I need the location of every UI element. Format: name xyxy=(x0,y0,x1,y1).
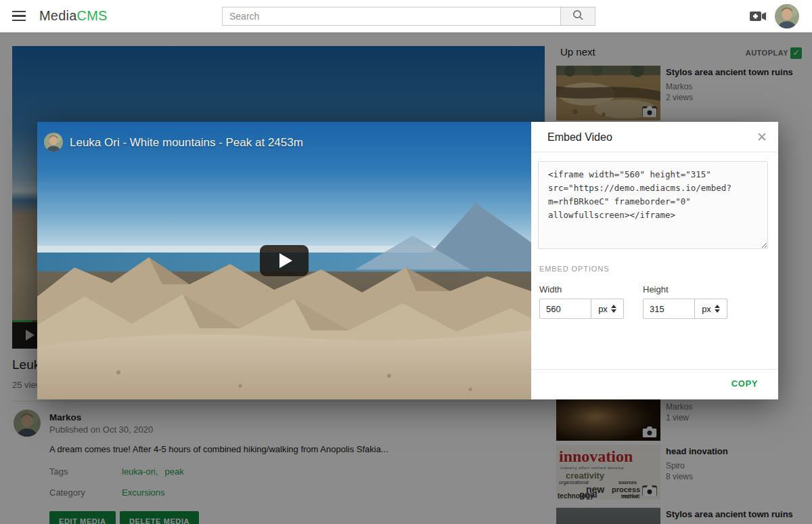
logo-media-text: Media xyxy=(39,8,76,23)
top-navbar: MediaCMS xyxy=(0,0,812,32)
height-field: px xyxy=(643,299,727,319)
preview-play-button[interactable] xyxy=(260,245,309,276)
app-logo[interactable]: MediaCMS xyxy=(39,8,108,24)
spinner-icon xyxy=(715,305,720,313)
height-unit-select[interactable]: px xyxy=(694,299,727,319)
play-icon xyxy=(279,253,292,268)
search-icon xyxy=(572,9,584,24)
height-input[interactable] xyxy=(643,299,695,319)
spinner-icon xyxy=(611,305,616,313)
user-avatar[interactable] xyxy=(775,4,799,28)
embed-code-textarea[interactable]: <iframe width="560" height="315" src="ht… xyxy=(538,161,768,249)
preview-author-avatar[interactable] xyxy=(44,133,63,152)
embed-video-preview[interactable]: Leuka Ori - White mountains - Peak at 24… xyxy=(37,122,531,399)
unit-label: px xyxy=(702,304,711,314)
width-field: px xyxy=(539,299,624,319)
width-label: Width xyxy=(539,284,562,294)
embed-options-panel: Embed Video ✕ <iframe width="560" height… xyxy=(531,122,778,399)
height-label: Height xyxy=(643,284,669,294)
upload-video-icon[interactable] xyxy=(750,10,767,22)
embed-video-modal: Leuka Ori - White mountains - Peak at 24… xyxy=(37,122,778,399)
width-unit-select[interactable]: px xyxy=(591,299,624,319)
unit-label: px xyxy=(598,304,608,314)
search-bar xyxy=(222,7,595,26)
embed-options-label: EMBED OPTIONS xyxy=(539,265,609,273)
search-input[interactable] xyxy=(222,7,561,26)
logo-cms-text: CMS xyxy=(76,8,107,23)
mediacms-page: MediaCMS Leuka Ori - White mountains - P… xyxy=(0,0,812,524)
close-icon[interactable]: ✕ xyxy=(757,129,767,145)
modal-header: Embed Video ✕ xyxy=(531,122,778,152)
preview-video-title[interactable]: Leuka Ori - White mountains - Peak at 24… xyxy=(70,136,303,150)
modal-title: Embed Video xyxy=(547,131,612,144)
modal-footer: COPY xyxy=(531,369,778,399)
search-button[interactable] xyxy=(560,7,595,26)
width-input[interactable] xyxy=(539,299,591,319)
menu-icon[interactable] xyxy=(12,11,26,22)
copy-button[interactable]: COPY xyxy=(731,378,758,389)
